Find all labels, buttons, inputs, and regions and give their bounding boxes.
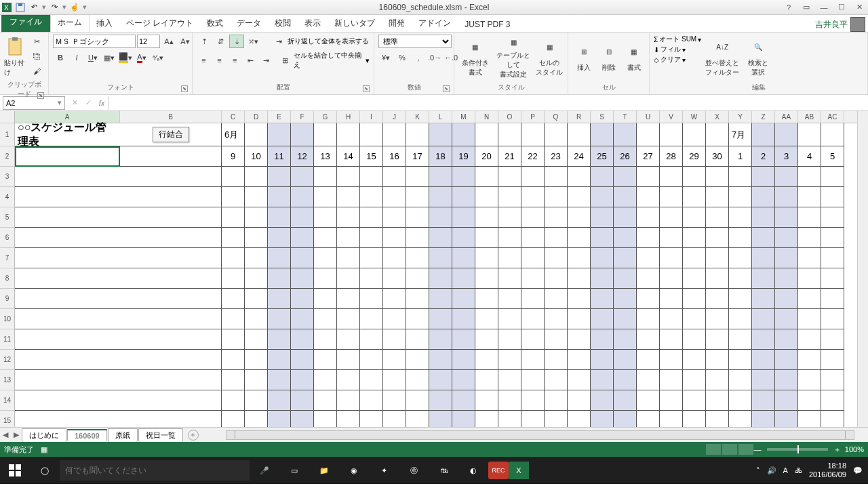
app-icon-2[interactable]: ◐ xyxy=(458,457,488,484)
cell[interactable] xyxy=(729,187,752,207)
cell[interactable] xyxy=(452,167,475,187)
cell[interactable] xyxy=(752,370,775,390)
cell[interactable] xyxy=(660,228,683,248)
cell[interactable] xyxy=(706,268,729,289)
tab-new[interactable]: 新しいタブ xyxy=(328,14,382,32)
cell[interactable] xyxy=(752,390,775,411)
cell[interactable] xyxy=(429,268,452,289)
cell[interactable] xyxy=(729,329,752,350)
column-header[interactable]: M xyxy=(452,111,475,123)
cell[interactable] xyxy=(683,123,706,146)
cell[interactable] xyxy=(360,187,383,207)
cell[interactable] xyxy=(452,123,475,146)
cell[interactable] xyxy=(614,390,637,411)
cell[interactable] xyxy=(591,228,614,248)
cell[interactable] xyxy=(637,411,660,427)
cell[interactable] xyxy=(798,309,821,329)
minimize-icon[interactable]: — xyxy=(818,3,830,12)
cell[interactable] xyxy=(406,187,429,207)
cell[interactable]: 17 xyxy=(406,146,429,167)
cell[interactable] xyxy=(222,228,245,248)
cell[interactable] xyxy=(291,289,314,309)
cell[interactable]: 1 xyxy=(729,146,752,167)
cell[interactable] xyxy=(291,268,314,289)
cell[interactable] xyxy=(337,207,360,228)
cell[interactable] xyxy=(660,268,683,289)
cell[interactable]: 11 xyxy=(268,146,291,167)
cell[interactable] xyxy=(545,289,568,309)
font-color-button[interactable]: A▾ xyxy=(134,51,149,64)
tab-view[interactable]: 表示 xyxy=(298,14,328,32)
column-header[interactable]: J xyxy=(383,111,406,123)
cell[interactable] xyxy=(268,411,291,427)
cell[interactable] xyxy=(706,187,729,207)
column-header[interactable]: R xyxy=(568,111,591,123)
cell[interactable] xyxy=(521,329,545,350)
cell[interactable] xyxy=(452,248,475,268)
cell[interactable] xyxy=(120,309,222,329)
inc-decimal-icon[interactable]: .0→ xyxy=(427,51,442,64)
column-header[interactable]: Z xyxy=(752,111,775,123)
cell[interactable] xyxy=(452,370,475,390)
cell[interactable] xyxy=(245,289,268,309)
cell[interactable] xyxy=(222,207,245,228)
zoom-slider[interactable] xyxy=(767,448,828,451)
cell[interactable] xyxy=(314,289,337,309)
cell[interactable] xyxy=(706,207,729,228)
cell[interactable] xyxy=(568,167,591,187)
cell[interactable] xyxy=(268,350,291,370)
column-header[interactable]: I xyxy=(360,111,383,123)
column-header[interactable]: U xyxy=(637,111,660,123)
clipboard-launcher[interactable]: ⬊ xyxy=(37,92,44,99)
cell[interactable]: 15 xyxy=(360,146,383,167)
cell[interactable]: 23 xyxy=(545,146,568,167)
cell[interactable] xyxy=(683,248,706,268)
cell[interactable] xyxy=(637,390,660,411)
cell[interactable] xyxy=(120,390,222,411)
cell[interactable] xyxy=(452,207,475,228)
cell[interactable] xyxy=(429,123,452,146)
indent-dec-icon[interactable]: ⇤ xyxy=(243,54,258,67)
tab-file[interactable]: ファイル xyxy=(1,12,50,32)
cell[interactable] xyxy=(383,187,406,207)
cell[interactable] xyxy=(614,329,637,350)
cell[interactable] xyxy=(821,411,844,427)
cell[interactable] xyxy=(360,370,383,390)
chrome-icon[interactable]: ◉ xyxy=(339,457,369,484)
cell[interactable] xyxy=(245,411,268,427)
align-center-icon[interactable]: ≡ xyxy=(212,54,226,67)
underline-button[interactable]: U▾ xyxy=(85,51,100,64)
cell[interactable] xyxy=(706,390,729,411)
cell[interactable] xyxy=(821,123,844,146)
tab-data[interactable]: データ xyxy=(230,14,268,32)
cell[interactable] xyxy=(15,329,120,350)
cell[interactable] xyxy=(475,123,498,146)
cell[interactable] xyxy=(429,228,452,248)
clock[interactable]: 18:18 2016/06/09 xyxy=(809,462,846,479)
cell[interactable] xyxy=(222,390,245,411)
cell[interactable] xyxy=(498,309,521,329)
autosum-button[interactable]: Σ オート SUM ▾ xyxy=(654,35,701,44)
cell[interactable] xyxy=(660,370,683,390)
cell[interactable] xyxy=(775,370,798,390)
cell[interactable] xyxy=(360,207,383,228)
cell[interactable] xyxy=(591,207,614,228)
grow-font-icon[interactable]: A▴ xyxy=(161,35,176,48)
cell[interactable] xyxy=(752,248,775,268)
cell[interactable] xyxy=(498,228,521,248)
cell[interactable] xyxy=(475,187,498,207)
cell[interactable] xyxy=(429,390,452,411)
row-header[interactable]: 8 xyxy=(0,268,14,289)
cell[interactable]: 13 xyxy=(314,146,337,167)
cell[interactable]: 10 xyxy=(245,146,268,167)
cell[interactable] xyxy=(729,167,752,187)
cell[interactable] xyxy=(798,228,821,248)
cell[interactable] xyxy=(775,350,798,370)
cell[interactable] xyxy=(660,167,683,187)
cell[interactable] xyxy=(314,329,337,350)
italic-button[interactable]: I xyxy=(69,51,84,64)
cell[interactable] xyxy=(729,411,752,427)
insert-cells-button[interactable]: ⊞挿入 xyxy=(572,35,595,79)
cell[interactable]: 行結合 xyxy=(120,123,222,146)
cell[interactable] xyxy=(291,228,314,248)
